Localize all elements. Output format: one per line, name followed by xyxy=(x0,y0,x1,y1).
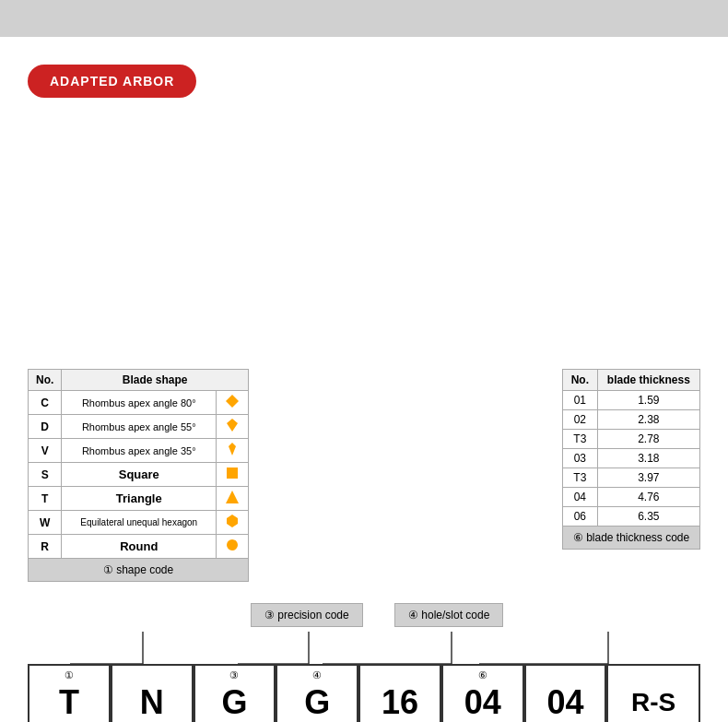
shape-icon-cell xyxy=(217,511,249,535)
table-row: T Triangle xyxy=(29,487,249,511)
circle-num-6: ⑥ xyxy=(478,669,487,681)
code-letter-G1: G xyxy=(221,686,247,719)
shape-no: T xyxy=(29,487,62,511)
svg-marker-0 xyxy=(226,395,239,408)
table-row: V Rhombus apex angle 35° xyxy=(29,439,249,463)
shape-name: Rhombus apex angle 80° xyxy=(62,391,217,415)
rhombus-35-icon xyxy=(225,442,240,456)
shape-name: Rhombus apex angle 55° xyxy=(62,415,217,439)
shape-table-header-no: No. xyxy=(29,370,62,391)
shape-code-label: ① shape code xyxy=(29,559,249,582)
main-content: ADAPTED ARBOR No. Blade shape C Rhombus … xyxy=(0,37,728,722)
thickness-no: T3 xyxy=(563,430,598,449)
thickness-no: 04 xyxy=(563,488,598,507)
shape-icon-cell xyxy=(217,487,249,511)
shape-no: D xyxy=(29,415,62,439)
thickness-val: 4.76 xyxy=(597,488,699,507)
shape-name: Triangle xyxy=(62,487,217,511)
code-cell-04-1: ⑥ 04 xyxy=(441,664,524,722)
shape-name: Equilateral unequal hexagon xyxy=(62,511,217,535)
shape-table-container: No. Blade shape C Rhombus apex angle 80°… xyxy=(28,369,249,582)
table-row: 01 1.59 xyxy=(563,391,700,410)
code-cell-G2: ④ G xyxy=(276,664,358,722)
thickness-val: 2.78 xyxy=(597,430,699,449)
code-letter-G2: G xyxy=(304,686,330,719)
thickness-val: 3.18 xyxy=(597,449,699,468)
svg-rect-3 xyxy=(227,468,238,479)
code-letter-RS: R-S xyxy=(631,690,675,716)
thickness-header-no: No. xyxy=(563,370,598,391)
table-row: D Rhombus apex angle 55° xyxy=(29,415,249,439)
shape-icon-cell xyxy=(217,439,249,463)
code-cell-16: 16 xyxy=(358,664,441,722)
circle-num-3: ③ xyxy=(229,669,239,681)
shape-no: W xyxy=(29,511,62,535)
shape-table-header-shape: Blade shape xyxy=(62,370,249,391)
hole-slot-code-box: ④ hole/slot code xyxy=(394,603,503,627)
table-row: C Rhombus apex angle 80° xyxy=(29,391,249,415)
shape-no: C xyxy=(29,391,62,415)
thickness-no: T3 xyxy=(563,468,598,488)
table-row: 03 3.18 xyxy=(563,449,700,468)
thickness-val: 1.59 xyxy=(597,391,699,410)
shape-icon-cell xyxy=(217,463,249,487)
top-bar xyxy=(0,0,728,37)
code-letter-T: T xyxy=(59,686,79,719)
thickness-val: 6.35 xyxy=(597,507,699,527)
triangle-icon xyxy=(225,490,240,504)
circle-num-1: ① xyxy=(65,669,74,681)
thickness-table-container: No. blade thickness 01 1.59 02 2.38 T3 2… xyxy=(562,369,700,550)
thickness-no: 01 xyxy=(563,391,598,410)
code-letter-04-2: 04 xyxy=(546,686,583,719)
table-row: T3 2.78 xyxy=(563,430,700,449)
rhombus-80-icon xyxy=(225,394,240,408)
shape-icon-cell xyxy=(217,415,249,439)
adapted-arbor-badge: ADAPTED ARBOR xyxy=(28,65,196,98)
code-cell-RS: R-S xyxy=(606,664,700,722)
thickness-no: 02 xyxy=(563,410,598,430)
code-cell-T: ① T xyxy=(28,664,111,722)
shape-no: R xyxy=(29,535,62,559)
table-row: T3 3.97 xyxy=(563,468,700,488)
code-letter-16: 16 xyxy=(382,686,418,719)
svg-marker-1 xyxy=(227,419,238,432)
table-row: W Equilateral unequal hexagon xyxy=(29,511,249,535)
shape-no: S xyxy=(29,463,62,487)
table-row: 04 4.76 xyxy=(563,488,700,507)
table-row: 06 6.35 xyxy=(563,507,700,527)
thickness-header-val: blade thickness xyxy=(597,370,699,391)
table-row: 02 2.38 xyxy=(563,410,700,430)
shape-table: No. Blade shape C Rhombus apex angle 80°… xyxy=(28,369,249,582)
svg-marker-2 xyxy=(229,443,236,456)
shape-name: Rhombus apex angle 35° xyxy=(62,439,217,463)
rhombus-55-icon xyxy=(225,418,240,432)
thickness-no: 03 xyxy=(563,449,598,468)
thickness-val: 2.38 xyxy=(597,410,699,430)
svg-point-6 xyxy=(227,539,238,550)
code-cell-G1: ③ G xyxy=(194,664,276,722)
shape-icon-cell xyxy=(217,391,249,415)
shape-name: Round xyxy=(62,535,217,559)
thickness-no: 06 xyxy=(563,507,598,527)
thickness-code-label-row: ⑥ blade thickness code xyxy=(563,527,700,550)
code-cell-N: N xyxy=(111,664,194,722)
svg-marker-5 xyxy=(227,515,238,527)
hexagon-icon xyxy=(225,514,240,528)
table-row: S Square xyxy=(29,463,249,487)
shape-icon-cell xyxy=(217,535,249,559)
square-icon xyxy=(225,466,240,480)
code-letter-N: N xyxy=(140,686,164,719)
precision-code-box: ③ precision code xyxy=(251,603,363,627)
thickness-val: 3.97 xyxy=(597,468,699,488)
shape-code-label-row: ① shape code xyxy=(29,559,249,582)
circle-num-4: ④ xyxy=(312,669,322,681)
round-icon xyxy=(225,538,240,552)
thickness-code-label: ⑥ blade thickness code xyxy=(563,527,700,550)
shape-no: V xyxy=(29,439,62,463)
code-letter-04-1: 04 xyxy=(464,686,501,719)
code-cell-04-2: 04 xyxy=(524,664,607,722)
table-row: R Round xyxy=(29,535,249,559)
thickness-table: No. blade thickness 01 1.59 02 2.38 T3 2… xyxy=(562,369,700,550)
shape-name: Square xyxy=(62,463,217,487)
svg-marker-4 xyxy=(226,491,239,503)
